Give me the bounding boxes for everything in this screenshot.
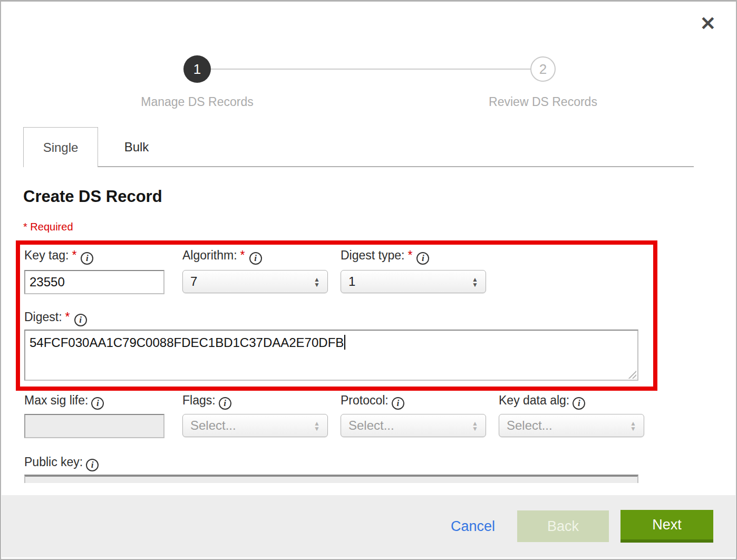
protocol-label-text: Protocol:	[341, 393, 389, 407]
digest-value: 54FCF030AA1C79C0088FDEC1BD1C37DAA2E70DFB	[30, 335, 344, 350]
required-asterisk: *	[408, 248, 412, 262]
flags-select-value: Select...	[190, 418, 236, 432]
stepper-step-2-circle: 2	[530, 56, 556, 82]
key-data-alg-label-text: Key data alg:	[499, 393, 569, 407]
protocol-label: Protocol:i	[341, 393, 404, 410]
stepper-connector-line	[211, 69, 530, 70]
select-stepper-arrows-icon: ▲▼	[314, 271, 320, 294]
digest-type-select-value: 1	[348, 274, 355, 288]
digest-textarea[interactable]: 54FCF030AA1C79C0088FDEC1BD1C37DAA2E70DFB	[24, 330, 638, 381]
info-icon[interactable]: i	[86, 459, 99, 471]
digest-type-label-text: Digest type:	[341, 248, 404, 262]
key-tag-input[interactable]	[24, 270, 164, 294]
info-icon[interactable]: i	[392, 397, 404, 410]
text-caret	[344, 335, 345, 350]
flags-select[interactable]: Select... ▲▼	[182, 414, 328, 437]
select-stepper-arrows-icon: ▲▼	[630, 414, 636, 438]
public-key-label-text: Public key:	[24, 455, 83, 469]
next-button[interactable]: Next	[620, 510, 713, 543]
public-key-label: Public key:i	[24, 455, 99, 471]
digest-type-select[interactable]: 1 ▲▼	[341, 270, 486, 293]
protocol-select-value: Select...	[348, 418, 394, 432]
select-stepper-arrows-icon: ▲▼	[472, 271, 478, 294]
required-asterisk: *	[240, 248, 245, 262]
page-title: Create DS Record	[23, 187, 162, 206]
algorithm-select[interactable]: 7 ▲▼	[182, 270, 328, 293]
create-ds-record-modal: ✕ 1 2 Manage DS Records Review DS Record…	[0, 0, 737, 560]
stepper-step-1-label: Manage DS Records	[108, 95, 287, 109]
key-tag-label: Key tag:*i	[24, 248, 93, 265]
info-icon[interactable]: i	[219, 397, 231, 410]
resize-handle-icon[interactable]	[627, 370, 636, 379]
stepper-step-1-circle: 1	[183, 55, 211, 83]
digest-label-text: Digest:	[24, 310, 62, 324]
flags-label: Flags:i	[182, 393, 231, 410]
select-stepper-arrows-icon: ▲▼	[314, 414, 320, 438]
tab-bulk[interactable]: Bulk	[98, 127, 175, 167]
flags-label-text: Flags:	[182, 393, 216, 407]
info-icon[interactable]: i	[573, 397, 585, 410]
close-icon[interactable]: ✕	[700, 14, 716, 33]
cancel-link[interactable]: Cancel	[451, 518, 495, 535]
info-icon[interactable]: i	[91, 397, 104, 410]
max-sig-life-input[interactable]	[24, 414, 164, 438]
algorithm-label: Algorithm:*i	[182, 248, 262, 265]
required-note: * Required	[23, 221, 73, 233]
public-key-textarea[interactable]	[24, 475, 638, 483]
info-icon[interactable]: i	[249, 252, 262, 265]
modal-footer: Cancel Back Next	[2, 495, 735, 557]
stepper-step-2-label: Review DS Records	[453, 95, 633, 109]
info-icon[interactable]: i	[416, 252, 429, 265]
required-asterisk: *	[72, 248, 76, 262]
algorithm-select-value: 7	[190, 274, 197, 288]
key-data-alg-select[interactable]: Select... ▲▼	[499, 414, 644, 437]
digest-type-label: Digest type:*i	[341, 248, 429, 265]
select-stepper-arrows-icon: ▲▼	[472, 414, 478, 438]
key-data-alg-label: Key data alg:i	[499, 393, 585, 410]
tab-single[interactable]: Single	[23, 127, 98, 167]
required-asterisk: *	[65, 310, 70, 324]
back-button[interactable]: Back	[517, 510, 609, 542]
protocol-select[interactable]: Select... ▲▼	[341, 414, 486, 437]
key-tag-label-text: Key tag:	[24, 248, 69, 262]
info-icon[interactable]: i	[74, 314, 87, 326]
key-data-alg-select-value: Select...	[507, 418, 552, 432]
digest-label: Digest:*i	[24, 310, 87, 326]
algorithm-label-text: Algorithm:	[182, 248, 237, 262]
max-sig-life-label: Max sig life:i	[24, 393, 104, 410]
info-icon[interactable]: i	[81, 252, 93, 265]
max-sig-life-label-text: Max sig life:	[24, 393, 88, 407]
tab-bar-divider	[98, 166, 694, 167]
